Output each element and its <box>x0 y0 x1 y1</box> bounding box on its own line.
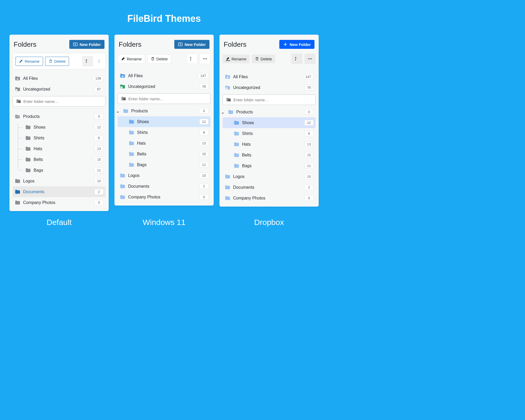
delete-button[interactable]: Delete <box>147 54 171 64</box>
folder-search-input[interactable] <box>233 98 312 102</box>
folder-row[interactable]: Belts 15 <box>223 150 316 160</box>
rename-button[interactable]: Rename <box>15 57 43 66</box>
new-folder-label: New Folder <box>80 42 101 47</box>
folder-info-icon <box>225 85 230 90</box>
pencil-icon <box>121 57 125 61</box>
chevron-down-icon[interactable]: ⌄ <box>221 110 224 115</box>
delete-button[interactable]: Delete <box>252 55 275 63</box>
folder-row[interactable]: Belts 15 <box>118 149 211 159</box>
pen-icon <box>19 59 23 63</box>
folder-row[interactable]: Company Photos 0 <box>13 197 106 208</box>
divider <box>13 109 106 109</box>
folder-row-selected[interactable]: Shoes 12 <box>223 117 316 128</box>
folder-row[interactable]: Bags 11 <box>118 159 211 170</box>
folder-icon <box>25 146 31 151</box>
more-vertical-icon <box>97 59 101 64</box>
rename-button[interactable]: Rename <box>223 55 250 63</box>
folder-search[interactable] <box>118 93 211 104</box>
folder-row[interactable]: Logos 10 <box>118 170 211 181</box>
folder-icon <box>228 109 234 115</box>
folder-row[interactable]: Bags 11 <box>223 160 316 171</box>
folder-icon <box>225 174 230 179</box>
sort-az-icon <box>294 56 300 61</box>
folder-info-icon <box>120 84 125 89</box>
new-folder-button[interactable]: New Folder <box>174 40 209 49</box>
folder-search[interactable] <box>13 96 106 107</box>
new-folder-button[interactable]: New Folder <box>279 40 314 49</box>
more-horizontal-icon <box>202 56 208 61</box>
uncategorized-row[interactable]: Uncategorized 67 <box>13 84 106 94</box>
theme-labels: Default Windows 11 Dropbox <box>8 218 320 227</box>
panel-title: Folders <box>14 40 36 49</box>
folder-icon <box>234 120 239 125</box>
folder-icon <box>123 108 129 114</box>
all-files-row[interactable]: All Files 136 <box>13 73 106 84</box>
sort-az-icon <box>189 56 195 61</box>
folder-plus-icon <box>73 42 78 47</box>
delete-button[interactable]: Delete <box>45 57 69 66</box>
folder-icon <box>120 173 125 178</box>
sort-az-icon <box>85 59 90 64</box>
folder-icon <box>120 184 125 189</box>
trash-icon <box>151 57 155 61</box>
count-badge: 67 <box>94 86 103 92</box>
folder-row[interactable]: Shoes 12 <box>13 122 106 133</box>
folder-row[interactable]: Logos 10 <box>223 171 316 182</box>
more-options-button[interactable] <box>95 56 103 66</box>
folder-row[interactable]: Products 0 <box>13 111 106 122</box>
new-folder-button[interactable]: New Folder <box>69 40 104 49</box>
folder-search-icon <box>121 96 126 101</box>
folder-row-selected[interactable]: Shoes 12 <box>118 116 211 127</box>
plus-icon <box>283 42 288 47</box>
chevron-down-icon[interactable]: ⌄ <box>116 109 119 114</box>
folder-search-input[interactable] <box>23 99 102 104</box>
theme-label-windows11: Windows 11 <box>114 218 214 227</box>
trash-icon <box>255 57 259 61</box>
folder-row[interactable]: Products 0 <box>118 106 211 116</box>
folder-row[interactable]: Company Photos 0 <box>223 193 316 203</box>
folder-row[interactable]: Hats 13 <box>118 138 211 149</box>
panel-default: Folders New Folder Rename Delete <box>9 35 109 211</box>
folder-row[interactable]: Logos 10 <box>13 176 106 186</box>
more-horizontal-icon <box>307 56 313 61</box>
more-options-button[interactable] <box>304 54 316 64</box>
all-files-row[interactable]: All Files 147 <box>223 71 316 82</box>
sort-button[interactable] <box>291 54 302 64</box>
folder-row[interactable]: Documents 2 <box>118 181 211 192</box>
folder-icon <box>15 200 20 205</box>
folder-icon <box>234 153 239 158</box>
uncategorized-row[interactable]: Uncategorized 78 <box>223 82 316 93</box>
toolbar: Rename Delete <box>223 53 316 68</box>
folder-search[interactable] <box>223 94 316 105</box>
folder-row[interactable]: Company Photos 0 <box>118 192 211 202</box>
folder-row[interactable]: Bags 11 <box>13 165 106 176</box>
folder-search-icon <box>16 99 21 104</box>
more-options-button[interactable] <box>200 54 211 64</box>
folder-row[interactable]: Belts 15 <box>13 154 106 165</box>
folder-icon <box>129 141 134 146</box>
folder-row[interactable]: Documents 2 <box>223 182 316 193</box>
uncategorized-row[interactable]: Uncategorized 78 <box>118 81 211 92</box>
sort-button[interactable] <box>82 56 93 66</box>
folder-icon <box>129 130 134 135</box>
folder-row[interactable]: Shirts 6 <box>13 133 106 143</box>
folder-row[interactable]: Shirts 6 <box>223 128 316 139</box>
folder-icon <box>25 125 31 130</box>
folder-row-selected[interactable]: Documents 2 <box>13 186 106 197</box>
theme-label-dropbox: Dropbox <box>219 218 319 227</box>
all-files-row[interactable]: All Files 147 <box>118 70 211 81</box>
folder-icon <box>120 195 125 200</box>
folder-row[interactable]: Hats 13 <box>13 143 106 154</box>
folder-search-input[interactable] <box>128 97 207 101</box>
folder-row[interactable]: Shirts 6 <box>118 127 211 138</box>
sort-button[interactable] <box>186 54 197 64</box>
rename-button[interactable]: Rename <box>118 54 145 64</box>
count-badge: 136 <box>93 76 103 81</box>
page-title: FileBird Themes <box>8 13 320 24</box>
folder-home-icon <box>225 74 230 80</box>
folder-row[interactable]: Products 0 <box>223 107 316 117</box>
folder-icon <box>25 168 31 173</box>
folder-row[interactable]: Hats 13 <box>223 139 316 150</box>
panel-title: Folders <box>119 40 141 49</box>
folder-icon <box>234 163 239 169</box>
